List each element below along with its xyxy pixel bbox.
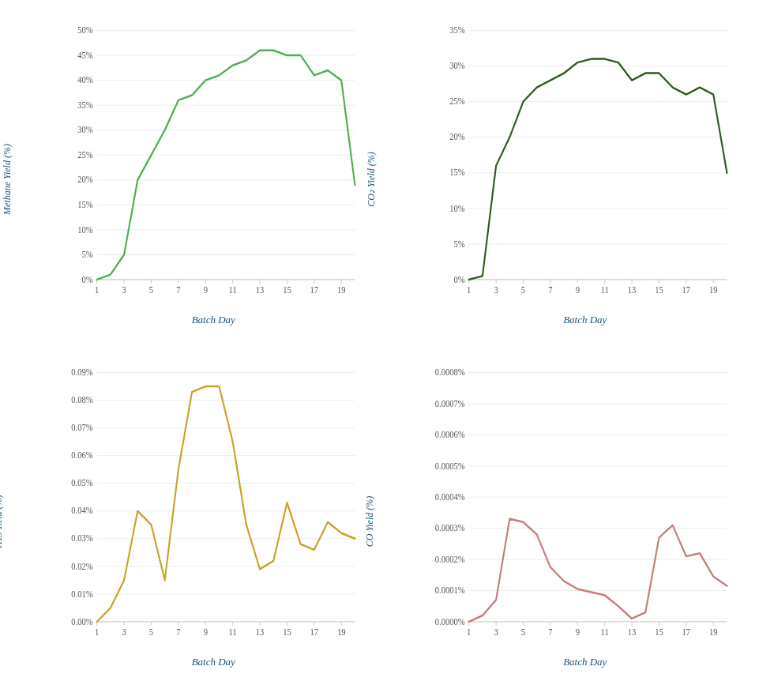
svg-text:17: 17 (310, 284, 319, 295)
svg-text:35%: 35% (449, 24, 465, 35)
svg-text:3: 3 (494, 627, 498, 637)
svg-text:30%: 30% (77, 125, 93, 135)
svg-text:11: 11 (229, 284, 237, 295)
svg-text:1: 1 (95, 627, 100, 637)
chart-h2s: H₂S Yield (%)0.00%0.01%0.02%0.03%0.04%0.… (8, 350, 380, 692)
svg-text:9: 9 (575, 627, 580, 637)
svg-text:25%: 25% (77, 149, 93, 160)
svg-text:3: 3 (122, 627, 126, 637)
x-label-co2: Batch Day (563, 314, 607, 326)
svg-text:7: 7 (176, 627, 181, 637)
svg-text:0.08%: 0.08% (71, 395, 93, 405)
svg-text:19: 19 (708, 284, 717, 295)
svg-text:0%: 0% (453, 274, 464, 284)
svg-text:40%: 40% (77, 75, 93, 85)
svg-text:13: 13 (256, 284, 265, 295)
dashboard-grid: Methane Yield (%)0%5%10%15%20%25%30%35%4… (0, 0, 759, 700)
svg-text:5: 5 (520, 627, 525, 637)
svg-text:0.09%: 0.09% (71, 367, 93, 377)
svg-text:0.05%: 0.05% (71, 478, 93, 488)
svg-text:7: 7 (548, 627, 553, 637)
svg-text:3: 3 (494, 284, 498, 295)
svg-text:20%: 20% (449, 132, 465, 142)
svg-text:5%: 5% (81, 249, 92, 259)
svg-text:15%: 15% (77, 199, 93, 209)
svg-text:5: 5 (520, 284, 525, 295)
svg-text:0.01%: 0.01% (71, 589, 93, 599)
svg-text:0.0002%: 0.0002% (434, 554, 464, 564)
svg-text:25%: 25% (449, 96, 465, 107)
svg-text:9: 9 (575, 284, 580, 295)
svg-text:1: 1 (467, 284, 472, 295)
y-label-co2: CO₂ Yield (%) (366, 152, 378, 206)
svg-text:0.0004%: 0.0004% (434, 491, 464, 502)
x-label-methane: Batch Day (192, 314, 235, 326)
x-label-co: Batch Day (563, 656, 607, 668)
svg-text:10%: 10% (449, 203, 465, 213)
svg-text:5: 5 (149, 284, 154, 295)
svg-text:15: 15 (655, 284, 663, 295)
chart-methane: Methane Yield (%)0%5%10%15%20%25%30%35%4… (8, 8, 380, 350)
chart-co2: CO₂ Yield (%)0%5%10%15%20%25%30%35%13579… (380, 8, 752, 350)
svg-text:0.0003%: 0.0003% (434, 523, 464, 533)
svg-text:15: 15 (655, 627, 663, 637)
y-label-methane: Methane Yield (%) (2, 144, 13, 215)
svg-text:9: 9 (204, 627, 209, 637)
svg-text:19: 19 (337, 284, 346, 295)
svg-text:15%: 15% (449, 167, 465, 178)
svg-text:3: 3 (122, 284, 126, 295)
y-label-h2s: H₂S Yield (%) (0, 495, 5, 548)
svg-text:17: 17 (682, 284, 690, 295)
svg-text:45%: 45% (77, 50, 93, 60)
svg-text:0.0006%: 0.0006% (434, 429, 464, 439)
svg-text:15: 15 (283, 627, 291, 637)
chart-area-co2: 0%5%10%15%20%25%30%35%135791113151719 (427, 16, 744, 309)
svg-text:11: 11 (600, 284, 608, 295)
svg-text:50%: 50% (77, 24, 93, 35)
svg-text:30%: 30% (449, 61, 465, 71)
chart-area-co: 0.0000%0.0001%0.0002%0.0003%0.0004%0.000… (427, 358, 744, 651)
svg-text:0%: 0% (81, 274, 92, 284)
svg-text:0.06%: 0.06% (71, 450, 93, 461)
svg-text:0.07%: 0.07% (71, 423, 93, 433)
y-label-co: CO Yield (%) (363, 495, 375, 546)
svg-text:0.02%: 0.02% (71, 561, 93, 571)
svg-text:17: 17 (310, 627, 319, 637)
svg-text:0.0005%: 0.0005% (434, 461, 464, 471)
svg-text:0.0008%: 0.0008% (434, 367, 464, 377)
svg-text:20%: 20% (77, 175, 93, 185)
svg-text:0.00%: 0.00% (71, 616, 93, 627)
svg-text:9: 9 (204, 284, 209, 295)
svg-text:11: 11 (600, 627, 608, 637)
svg-text:11: 11 (229, 627, 237, 637)
svg-text:0.0001%: 0.0001% (434, 585, 464, 595)
svg-text:35%: 35% (77, 100, 93, 110)
x-label-h2s: Batch Day (192, 656, 235, 668)
svg-text:7: 7 (548, 284, 553, 295)
svg-text:19: 19 (337, 627, 346, 637)
svg-text:13: 13 (627, 627, 636, 637)
svg-text:13: 13 (256, 627, 265, 637)
svg-text:0.0007%: 0.0007% (434, 398, 464, 408)
chart-area-methane: 0%5%10%15%20%25%30%35%40%45%50%135791113… (55, 16, 372, 309)
svg-text:5%: 5% (453, 239, 464, 249)
svg-text:0.0000%: 0.0000% (434, 616, 464, 627)
svg-text:0.04%: 0.04% (71, 506, 93, 516)
chart-co: CO Yield (%)0.0000%0.0001%0.0002%0.0003%… (380, 350, 752, 692)
svg-text:13: 13 (627, 284, 636, 295)
svg-text:5: 5 (149, 627, 154, 637)
svg-text:0.03%: 0.03% (71, 533, 93, 544)
svg-text:1: 1 (95, 284, 100, 295)
svg-text:10%: 10% (77, 224, 93, 235)
svg-text:7: 7 (176, 284, 181, 295)
svg-text:19: 19 (708, 627, 717, 637)
svg-text:1: 1 (467, 627, 472, 637)
svg-text:17: 17 (682, 627, 690, 637)
svg-text:15: 15 (283, 284, 291, 295)
chart-area-h2s: 0.00%0.01%0.02%0.03%0.04%0.05%0.06%0.07%… (55, 358, 372, 651)
